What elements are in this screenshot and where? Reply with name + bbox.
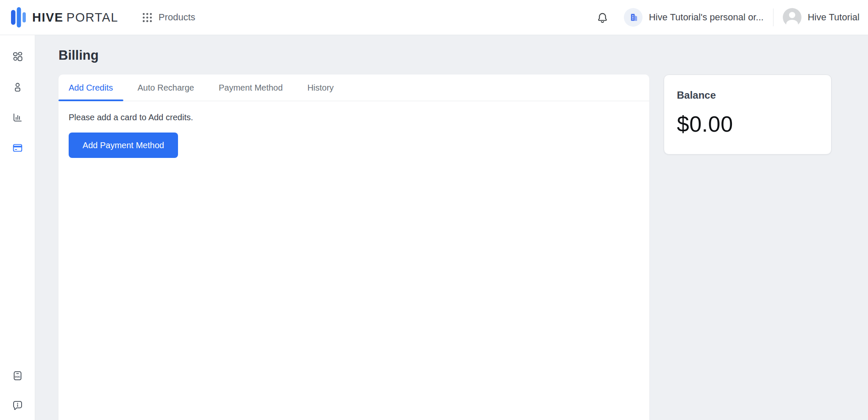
user-icon <box>12 81 23 93</box>
tab-payment-method[interactable]: Payment Method <box>209 75 293 101</box>
bar-chart-icon <box>12 112 23 123</box>
info-bubble-icon <box>12 400 23 411</box>
dashboard-icon <box>12 51 23 62</box>
user-name: Hive Tutorial <box>808 12 860 23</box>
sidebar-item-usage[interactable] <box>0 102 35 133</box>
add-card-message: Please add a card to Add credits. <box>69 113 639 122</box>
tab-history[interactable]: History <box>297 75 344 101</box>
balance-card: Balance $0.00 <box>664 75 832 155</box>
products-menu-button[interactable]: Products <box>142 12 195 23</box>
sidebar-item-docs[interactable]: DOC <box>0 361 35 390</box>
notifications-button[interactable] <box>593 8 612 27</box>
header-right-group: Hive Tutorial's personal or... Hive Tuto… <box>593 8 860 27</box>
organization-name: Hive Tutorial's personal or... <box>649 12 764 23</box>
header-divider <box>773 8 773 26</box>
sidebar-item-members[interactable] <box>0 72 35 102</box>
left-sidebar: DOC <box>0 35 35 420</box>
person-icon <box>783 8 801 27</box>
brand-name-primary: HIVE <box>32 11 64 24</box>
balance-amount: $0.00 <box>677 111 818 137</box>
add-payment-method-button[interactable]: Add Payment Method <box>69 133 178 158</box>
tab-panel-add-credits: Please add a card to Add credits. Add Pa… <box>58 101 649 169</box>
top-header: HIVEPORTAL Products <box>0 0 868 35</box>
brand-wordmark: HIVEPORTAL <box>32 11 118 25</box>
content-row: Add Credits Auto Recharge Payment Method… <box>58 75 868 420</box>
sidebar-item-dashboard[interactable] <box>0 41 35 72</box>
billing-tabs: Add Credits Auto Recharge Payment Method… <box>58 75 649 101</box>
sidebar-item-support[interactable] <box>0 390 35 420</box>
doc-icon: DOC <box>12 370 23 381</box>
products-label: Products <box>159 12 195 23</box>
sidebar-bottom-group: DOC <box>0 361 35 420</box>
page-title: Billing <box>58 47 868 64</box>
tab-auto-recharge[interactable]: Auto Recharge <box>128 75 204 101</box>
sidebar-item-billing-active[interactable] <box>0 133 35 163</box>
brand-name-secondary: PORTAL <box>67 11 118 24</box>
bell-icon <box>596 11 609 24</box>
apps-grid-icon <box>142 12 153 23</box>
svg-text:DOC: DOC <box>14 376 20 378</box>
user-menu[interactable]: Hive Tutorial <box>783 8 860 27</box>
credit-card-icon <box>12 142 23 154</box>
building-icon <box>628 12 639 23</box>
user-avatar <box>783 8 801 27</box>
brand-logo[interactable]: HIVEPORTAL <box>11 7 118 28</box>
hive-logo-icon <box>11 7 27 28</box>
main-content: Billing Add Credits Auto Recharge Paymen… <box>36 36 868 420</box>
billing-panel: Add Credits Auto Recharge Payment Method… <box>58 75 649 420</box>
organization-avatar <box>624 8 643 27</box>
balance-title: Balance <box>677 89 818 101</box>
tab-add-credits[interactable]: Add Credits <box>58 75 123 101</box>
organization-switcher[interactable]: Hive Tutorial's personal or... <box>624 8 764 27</box>
